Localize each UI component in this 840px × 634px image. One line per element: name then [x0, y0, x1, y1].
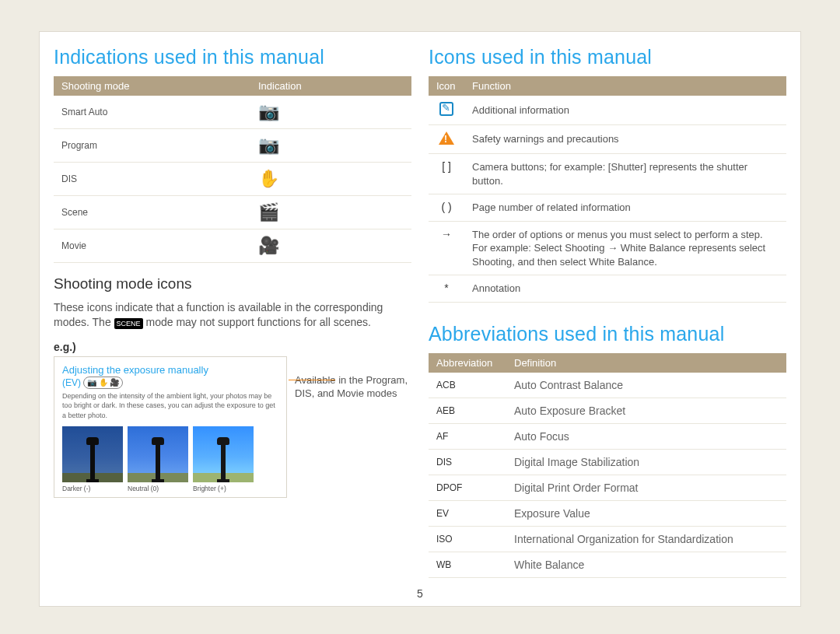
abbrev-val: Digital Image Stabilization [506, 449, 786, 475]
function-desc: Page number of related information [464, 194, 786, 222]
mode-label: Smart Auto [54, 96, 250, 129]
abbrev-key: AF [429, 423, 506, 449]
table-row: Scene 🎬 [54, 196, 411, 229]
film-scene-icon: SCENE [114, 318, 143, 329]
right-column: Icons used in this manual Icon Function … [429, 46, 786, 598]
shooting-mode-table: Shooting mode Indication Smart Auto 📷 Pr… [54, 76, 411, 263]
star-icon: * [429, 275, 464, 303]
table-row: Movie 🎥 [54, 229, 411, 263]
thumb-labels: Darker (-) Neutral (0) Brighter (+) [62, 485, 278, 492]
example-title: Adjusting the exposure manually [62, 363, 278, 377]
table-header-row: Abbreviation Definition [429, 353, 786, 373]
table-row: DPOFDigital Print Order Format [429, 475, 786, 500]
abbrev-key: DPOF [429, 475, 506, 500]
shooting-mode-icons-para: These icons indicate that a function is … [54, 300, 411, 330]
mode-label: Program [54, 129, 250, 163]
table-row: ( ) Page number of related information [429, 194, 786, 222]
abbrev-key: EV [429, 500, 506, 526]
text: , and then select [512, 256, 589, 268]
table-row: AEBAuto Exposure Bracket [429, 398, 786, 423]
example-ev: (EV) [62, 377, 81, 388]
table-row: Program 📷 [54, 129, 411, 163]
abbrev-key: DIS [429, 449, 506, 475]
th-abbreviation: Abbreviation [429, 353, 506, 373]
warning-icon [439, 131, 454, 145]
mode-label: Scene [54, 196, 250, 229]
bold-text: Shooting [472, 256, 512, 268]
icons-table: Icon Function Additional information Saf… [429, 76, 786, 303]
bold-text: White Balance [589, 256, 654, 268]
table-row: * Annotation [429, 275, 786, 303]
camera-smart-icon: 📷 [258, 102, 279, 121]
thumb-darker [62, 426, 123, 482]
example-thumbs [62, 426, 278, 482]
abbreviations-title: Abbreviations used in this manual [429, 323, 786, 345]
table-header-row: Shooting mode Indication [54, 76, 411, 96]
thumb-label: Darker (-) [62, 485, 123, 492]
bold-text: Shutter [611, 161, 643, 173]
th-shooting-mode: Shooting mode [54, 76, 250, 96]
example-label: e.g.) [54, 341, 411, 353]
abbrev-val: White Balance [506, 552, 786, 577]
abbrev-val: Auto Contrast Balance [506, 373, 786, 398]
text: Camera buttons; for example: [ [472, 161, 611, 173]
icons-title: Icons used in this manual [429, 46, 786, 68]
abbreviations-table: Abbreviation Definition ACBAuto Contrast… [429, 353, 786, 578]
abbrev-key: ACB [429, 373, 506, 398]
table-row: WBWhite Balance [429, 552, 786, 577]
function-desc: The order of options or menus you must s… [464, 221, 786, 275]
function-desc: Camera buttons; for example: [Shutter] r… [464, 154, 786, 194]
film-scene-icon: 🎬 [258, 202, 279, 222]
info-icon [439, 102, 453, 116]
thumb-label: Brighter (+) [193, 485, 254, 492]
example-box: Adjusting the exposure manually (EV) 📷 ✋… [54, 356, 287, 498]
th-indication: Indication [250, 76, 411, 96]
bold-text: Shooting [565, 242, 604, 254]
manual-page: Indications used in this manual Shooting… [39, 31, 801, 607]
camera-p-icon: 📷 [258, 135, 279, 155]
abbrev-val: Auto Exposure Bracket [506, 398, 786, 423]
example-row: Adjusting the exposure manually (EV) 📷 ✋… [54, 356, 411, 498]
text: → [605, 242, 621, 254]
example-mode-icons: 📷 ✋ 🎥 [83, 377, 124, 389]
abbrev-val: Exposure Value [506, 500, 786, 526]
bold-text: White Balance [621, 242, 686, 254]
mode-label: DIS [54, 163, 250, 196]
text: represents select [686, 242, 766, 254]
table-row: Additional information [429, 96, 786, 125]
page-number: 5 [40, 587, 800, 600]
example-description: Depending on the intensity of the ambien… [62, 391, 278, 419]
text: . [654, 256, 657, 268]
th-icon: Icon [429, 76, 464, 96]
left-column: Indications used in this manual Shooting… [54, 46, 411, 598]
shooting-mode-icons-heading: Shooting mode icons [54, 275, 411, 292]
th-function: Function [464, 76, 786, 96]
abbrev-val: Digital Print Order Format [506, 475, 786, 500]
thumb-label: Neutral (0) [128, 485, 188, 492]
table-row: ACBAuto Contrast Balance [429, 373, 786, 398]
function-desc: Annotation [464, 275, 786, 303]
paren-icon: ( ) [429, 194, 464, 222]
hand-wave-icon: ✋ [258, 169, 279, 188]
table-row: Safety warnings and precautions [429, 125, 786, 154]
indications-title: Indications used in this manual [54, 46, 411, 68]
abbrev-key: WB [429, 552, 506, 577]
bracket-icon: [ ] [429, 154, 464, 194]
mode-label: Movie [54, 229, 250, 263]
table-row: DISDigital Image Stabilization [429, 449, 786, 475]
thumb-brighter [193, 426, 254, 482]
abbrev-val: Auto Focus [506, 423, 786, 449]
table-row: [ ] Camera buttons; for example: [Shutte… [429, 154, 786, 194]
function-desc: Additional information [464, 96, 786, 125]
table-row: AFAuto Focus [429, 423, 786, 449]
table-row: DIS ✋ [54, 163, 411, 196]
para-text-b: mode may not support functions for all s… [145, 316, 370, 328]
arrow-icon: → [429, 221, 464, 275]
example-leader-text: Available in the Program, DIS, and Movie… [295, 356, 411, 498]
abbrev-key: AEB [429, 398, 506, 423]
movie-camera-icon: 🎥 [258, 236, 279, 255]
table-header-row: Icon Function [429, 76, 786, 96]
abbrev-val: International Organization for Standardi… [506, 526, 786, 552]
table-row: EVExposure Value [429, 500, 786, 526]
function-desc: Safety warnings and precautions [464, 125, 786, 154]
